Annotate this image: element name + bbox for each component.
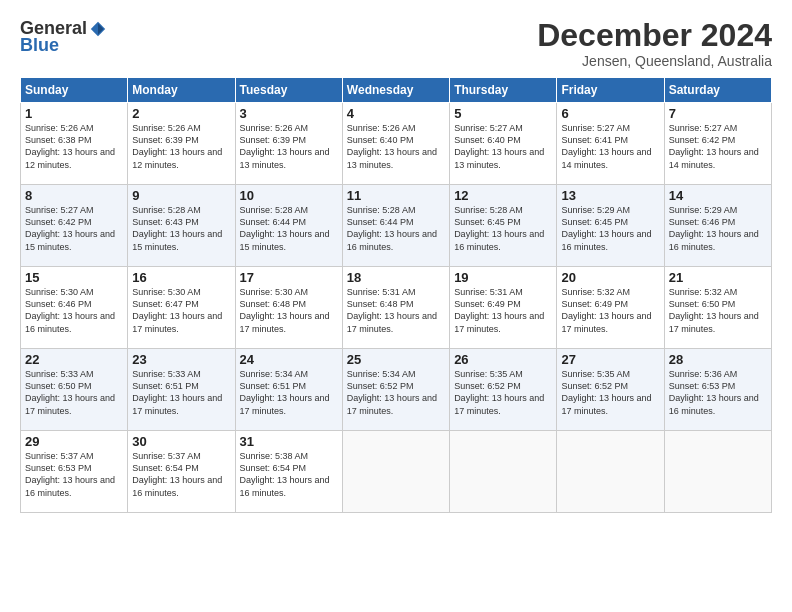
cell-info: Sunrise: 5:26 AMSunset: 6:39 PMDaylight:…: [132, 123, 222, 169]
calendar-cell: [664, 431, 771, 513]
cell-info: Sunrise: 5:34 AMSunset: 6:51 PMDaylight:…: [240, 369, 330, 415]
cell-info: Sunrise: 5:29 AMSunset: 6:46 PMDaylight:…: [669, 205, 759, 251]
day-number: 3: [240, 106, 338, 121]
calendar-cell: 4 Sunrise: 5:26 AMSunset: 6:40 PMDayligh…: [342, 103, 449, 185]
day-number: 27: [561, 352, 659, 367]
day-number: 18: [347, 270, 445, 285]
day-number: 8: [25, 188, 123, 203]
calendar-cell: 22 Sunrise: 5:33 AMSunset: 6:50 PMDaylig…: [21, 349, 128, 431]
calendar-cell: [450, 431, 557, 513]
day-number: 15: [25, 270, 123, 285]
col-header-thursday: Thursday: [450, 78, 557, 103]
cell-info: Sunrise: 5:26 AMSunset: 6:38 PMDaylight:…: [25, 123, 115, 169]
cell-info: Sunrise: 5:26 AMSunset: 6:39 PMDaylight:…: [240, 123, 330, 169]
cell-info: Sunrise: 5:37 AMSunset: 6:54 PMDaylight:…: [132, 451, 222, 497]
day-number: 17: [240, 270, 338, 285]
cell-info: Sunrise: 5:32 AMSunset: 6:49 PMDaylight:…: [561, 287, 651, 333]
calendar-cell: 9 Sunrise: 5:28 AMSunset: 6:43 PMDayligh…: [128, 185, 235, 267]
calendar-cell: 17 Sunrise: 5:30 AMSunset: 6:48 PMDaylig…: [235, 267, 342, 349]
col-header-tuesday: Tuesday: [235, 78, 342, 103]
calendar-week-row: 15 Sunrise: 5:30 AMSunset: 6:46 PMDaylig…: [21, 267, 772, 349]
calendar-cell: 10 Sunrise: 5:28 AMSunset: 6:44 PMDaylig…: [235, 185, 342, 267]
calendar-week-row: 8 Sunrise: 5:27 AMSunset: 6:42 PMDayligh…: [21, 185, 772, 267]
cell-info: Sunrise: 5:35 AMSunset: 6:52 PMDaylight:…: [454, 369, 544, 415]
cell-info: Sunrise: 5:37 AMSunset: 6:53 PMDaylight:…: [25, 451, 115, 497]
calendar-cell: 31 Sunrise: 5:38 AMSunset: 6:54 PMDaylig…: [235, 431, 342, 513]
calendar-cell: 28 Sunrise: 5:36 AMSunset: 6:53 PMDaylig…: [664, 349, 771, 431]
calendar-cell: 26 Sunrise: 5:35 AMSunset: 6:52 PMDaylig…: [450, 349, 557, 431]
cell-info: Sunrise: 5:28 AMSunset: 6:43 PMDaylight:…: [132, 205, 222, 251]
calendar-cell: 23 Sunrise: 5:33 AMSunset: 6:51 PMDaylig…: [128, 349, 235, 431]
day-number: 13: [561, 188, 659, 203]
day-number: 21: [669, 270, 767, 285]
cell-info: Sunrise: 5:32 AMSunset: 6:50 PMDaylight:…: [669, 287, 759, 333]
calendar-cell: 3 Sunrise: 5:26 AMSunset: 6:39 PMDayligh…: [235, 103, 342, 185]
calendar-cell: 12 Sunrise: 5:28 AMSunset: 6:45 PMDaylig…: [450, 185, 557, 267]
cell-info: Sunrise: 5:34 AMSunset: 6:52 PMDaylight:…: [347, 369, 437, 415]
cell-info: Sunrise: 5:33 AMSunset: 6:51 PMDaylight:…: [132, 369, 222, 415]
calendar-cell: 27 Sunrise: 5:35 AMSunset: 6:52 PMDaylig…: [557, 349, 664, 431]
location: Jensen, Queensland, Australia: [537, 53, 772, 69]
calendar-cell: 29 Sunrise: 5:37 AMSunset: 6:53 PMDaylig…: [21, 431, 128, 513]
day-number: 30: [132, 434, 230, 449]
cell-info: Sunrise: 5:27 AMSunset: 6:40 PMDaylight:…: [454, 123, 544, 169]
day-number: 28: [669, 352, 767, 367]
cell-info: Sunrise: 5:28 AMSunset: 6:45 PMDaylight:…: [454, 205, 544, 251]
title-block: December 2024 Jensen, Queensland, Austra…: [537, 18, 772, 69]
month-title: December 2024: [537, 18, 772, 53]
cell-info: Sunrise: 5:38 AMSunset: 6:54 PMDaylight:…: [240, 451, 330, 497]
cell-info: Sunrise: 5:36 AMSunset: 6:53 PMDaylight:…: [669, 369, 759, 415]
calendar-week-row: 22 Sunrise: 5:33 AMSunset: 6:50 PMDaylig…: [21, 349, 772, 431]
calendar-cell: 11 Sunrise: 5:28 AMSunset: 6:44 PMDaylig…: [342, 185, 449, 267]
calendar-cell: 21 Sunrise: 5:32 AMSunset: 6:50 PMDaylig…: [664, 267, 771, 349]
logo-blue-text: Blue: [20, 35, 59, 55]
calendar-cell: 20 Sunrise: 5:32 AMSunset: 6:49 PMDaylig…: [557, 267, 664, 349]
day-number: 6: [561, 106, 659, 121]
col-header-saturday: Saturday: [664, 78, 771, 103]
cell-info: Sunrise: 5:28 AMSunset: 6:44 PMDaylight:…: [347, 205, 437, 251]
logo: General Blue: [20, 18, 107, 56]
calendar-cell: 19 Sunrise: 5:31 AMSunset: 6:49 PMDaylig…: [450, 267, 557, 349]
calendar-cell: 15 Sunrise: 5:30 AMSunset: 6:46 PMDaylig…: [21, 267, 128, 349]
cell-info: Sunrise: 5:29 AMSunset: 6:45 PMDaylight:…: [561, 205, 651, 251]
day-number: 12: [454, 188, 552, 203]
cell-info: Sunrise: 5:27 AMSunset: 6:41 PMDaylight:…: [561, 123, 651, 169]
cell-info: Sunrise: 5:26 AMSunset: 6:40 PMDaylight:…: [347, 123, 437, 169]
cell-info: Sunrise: 5:27 AMSunset: 6:42 PMDaylight:…: [669, 123, 759, 169]
logo-icon: [89, 20, 107, 38]
calendar-cell: 30 Sunrise: 5:37 AMSunset: 6:54 PMDaylig…: [128, 431, 235, 513]
calendar-cell: 5 Sunrise: 5:27 AMSunset: 6:40 PMDayligh…: [450, 103, 557, 185]
cell-info: Sunrise: 5:27 AMSunset: 6:42 PMDaylight:…: [25, 205, 115, 251]
cell-info: Sunrise: 5:30 AMSunset: 6:46 PMDaylight:…: [25, 287, 115, 333]
header: General Blue December 2024 Jensen, Queen…: [20, 18, 772, 69]
calendar-cell: 14 Sunrise: 5:29 AMSunset: 6:46 PMDaylig…: [664, 185, 771, 267]
calendar-cell: 18 Sunrise: 5:31 AMSunset: 6:48 PMDaylig…: [342, 267, 449, 349]
cell-info: Sunrise: 5:35 AMSunset: 6:52 PMDaylight:…: [561, 369, 651, 415]
calendar-cell: 16 Sunrise: 5:30 AMSunset: 6:47 PMDaylig…: [128, 267, 235, 349]
day-number: 11: [347, 188, 445, 203]
day-number: 25: [347, 352, 445, 367]
cell-info: Sunrise: 5:31 AMSunset: 6:49 PMDaylight:…: [454, 287, 544, 333]
calendar-cell: 7 Sunrise: 5:27 AMSunset: 6:42 PMDayligh…: [664, 103, 771, 185]
cell-info: Sunrise: 5:31 AMSunset: 6:48 PMDaylight:…: [347, 287, 437, 333]
cell-info: Sunrise: 5:28 AMSunset: 6:44 PMDaylight:…: [240, 205, 330, 251]
calendar-cell: 13 Sunrise: 5:29 AMSunset: 6:45 PMDaylig…: [557, 185, 664, 267]
calendar-cell: [342, 431, 449, 513]
col-header-sunday: Sunday: [21, 78, 128, 103]
col-header-monday: Monday: [128, 78, 235, 103]
day-number: 26: [454, 352, 552, 367]
day-number: 2: [132, 106, 230, 121]
day-number: 14: [669, 188, 767, 203]
calendar-cell: 6 Sunrise: 5:27 AMSunset: 6:41 PMDayligh…: [557, 103, 664, 185]
cell-info: Sunrise: 5:33 AMSunset: 6:50 PMDaylight:…: [25, 369, 115, 415]
day-number: 23: [132, 352, 230, 367]
calendar-cell: 25 Sunrise: 5:34 AMSunset: 6:52 PMDaylig…: [342, 349, 449, 431]
day-number: 4: [347, 106, 445, 121]
calendar-cell: 8 Sunrise: 5:27 AMSunset: 6:42 PMDayligh…: [21, 185, 128, 267]
calendar-cell: 1 Sunrise: 5:26 AMSunset: 6:38 PMDayligh…: [21, 103, 128, 185]
day-number: 19: [454, 270, 552, 285]
calendar-week-row: 1 Sunrise: 5:26 AMSunset: 6:38 PMDayligh…: [21, 103, 772, 185]
day-number: 10: [240, 188, 338, 203]
day-number: 29: [25, 434, 123, 449]
calendar-header-row: SundayMondayTuesdayWednesdayThursdayFrid…: [21, 78, 772, 103]
